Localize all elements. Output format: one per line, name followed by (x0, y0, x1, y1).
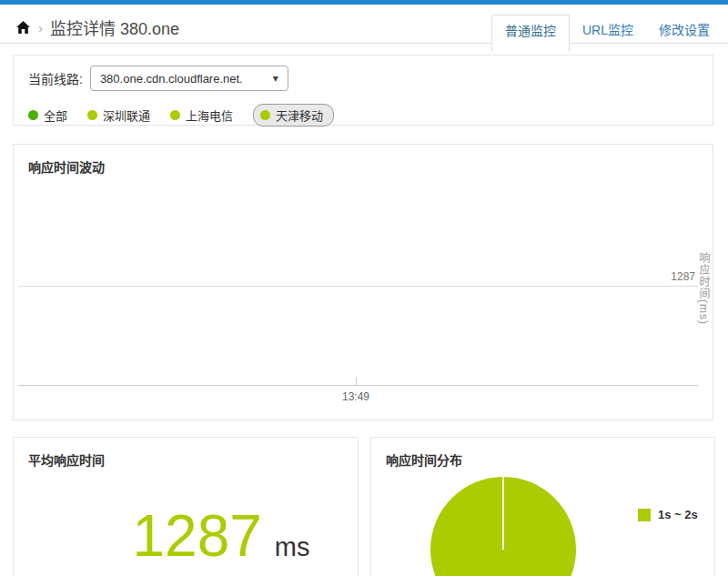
y-axis-tick-label: 1287 (671, 270, 695, 283)
line-select[interactable]: 380.one.cdn.cloudflare.net. ▾ (90, 66, 288, 91)
legend-item-tianjin-mobile[interactable]: 天津移动 (253, 104, 334, 126)
legend-dot-icon (28, 110, 38, 120)
page-title: 监控详情 380.one (50, 15, 179, 39)
breadcrumb: › 监控详情 380.one (15, 15, 179, 39)
pie-slice-divider (502, 477, 504, 550)
pie-legend-label: 1s ~ 2s (658, 508, 698, 521)
pie-legend-item[interactable]: 1s ~ 2s (638, 508, 698, 521)
x-axis-tick-label: 13:49 (329, 390, 383, 403)
legend-label: 深圳联通 (103, 106, 150, 124)
line-select-value: 380.one.cdn.cloudflare.net. (100, 72, 243, 86)
breadcrumb-separator-icon: › (38, 20, 43, 35)
chart-gridline (18, 286, 698, 287)
filters-panel: 当前线路: 380.one.cdn.cloudflare.net. ▾ 全部 深… (13, 55, 713, 126)
x-axis-tick (356, 378, 357, 385)
legend-item-shenzhen-unicom[interactable]: 深圳联通 (87, 106, 150, 124)
chevron-down-icon: ▾ (273, 72, 278, 85)
tab-bar: 普通监控 URL监控 修改设置 (491, 15, 723, 52)
legend-swatch-icon (638, 509, 651, 521)
legend-item-shanghai-telecom[interactable]: 上海电信 (170, 106, 233, 124)
tab-url-monitoring[interactable]: URL监控 (570, 15, 646, 45)
page-header: › 监控详情 380.one 普通监控 URL监控 修改设置 (0, 5, 728, 44)
legend-label: 全部 (44, 106, 67, 124)
x-axis-line (18, 385, 698, 386)
legend-label: 上海电信 (186, 106, 233, 124)
legend-label: 天津移动 (276, 106, 323, 124)
stat-unit: ms (275, 532, 310, 562)
legend-item-all[interactable]: 全部 (28, 106, 67, 124)
tab-modify-settings[interactable]: 修改设置 (646, 15, 723, 45)
current-line-label: 当前线路: (28, 69, 83, 87)
legend-dot-icon (170, 110, 180, 120)
pie-chart (430, 477, 576, 576)
y-axis-name: 响应时间(ms) (696, 252, 712, 325)
home-icon[interactable] (15, 20, 31, 35)
dist-panel-title: 响应时间分布 (371, 438, 714, 469)
chart-title: 响应时间波动 (14, 145, 713, 176)
isp-legend: 全部 深圳联通 上海电信 天津移动 (28, 104, 698, 126)
average-response-panel: 平均响应时间 1287 ms (13, 437, 359, 576)
legend-dot-icon (260, 110, 270, 120)
average-response-stat: 1287 ms (14, 507, 358, 565)
tab-normal-monitoring[interactable]: 普通监控 (491, 15, 570, 52)
avg-panel-title: 平均响应时间 (14, 438, 358, 469)
stat-value: 1287 (132, 507, 261, 565)
legend-dot-icon (87, 110, 97, 120)
response-time-chart-panel: 响应时间波动 1287 响应时间(ms) 13:49 (13, 144, 713, 420)
response-distribution-panel: 响应时间分布 1s ~ 2s (370, 437, 715, 576)
